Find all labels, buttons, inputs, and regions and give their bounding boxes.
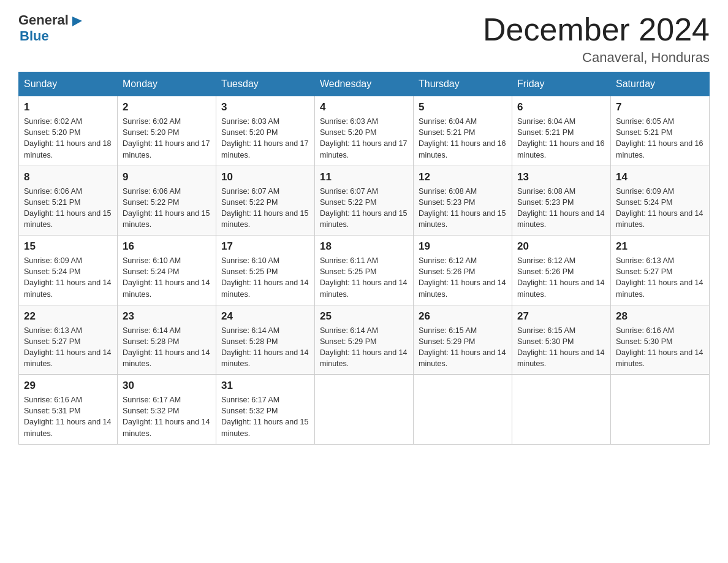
day-number: 11 bbox=[320, 171, 408, 183]
day-info: Sunrise: 6:09 AMSunset: 5:24 PMDaylight:… bbox=[24, 255, 112, 300]
calendar-cell: 6Sunrise: 6:04 AMSunset: 5:21 PMDaylight… bbox=[512, 96, 611, 166]
header-day-saturday: Saturday bbox=[611, 72, 710, 96]
day-number: 5 bbox=[419, 101, 507, 113]
calendar-cell: 20Sunrise: 6:12 AMSunset: 5:26 PMDayligh… bbox=[512, 236, 611, 305]
day-info: Sunrise: 6:04 AMSunset: 5:21 PMDaylight:… bbox=[419, 116, 507, 161]
day-info: Sunrise: 6:02 AMSunset: 5:20 PMDaylight:… bbox=[24, 116, 112, 161]
day-number: 27 bbox=[517, 310, 605, 323]
day-info: Sunrise: 6:13 AMSunset: 5:27 PMDaylight:… bbox=[24, 325, 112, 370]
header-day-sunday: Sunday bbox=[19, 72, 118, 96]
day-info: Sunrise: 6:11 AMSunset: 5:25 PMDaylight:… bbox=[320, 255, 408, 300]
calendar-cell: 15Sunrise: 6:09 AMSunset: 5:24 PMDayligh… bbox=[19, 236, 118, 305]
day-info: Sunrise: 6:17 AMSunset: 5:32 PMDaylight:… bbox=[221, 394, 309, 439]
day-info: Sunrise: 6:09 AMSunset: 5:24 PMDaylight:… bbox=[616, 186, 704, 231]
day-number: 17 bbox=[221, 240, 309, 253]
week-row-5: 29Sunrise: 6:16 AMSunset: 5:31 PMDayligh… bbox=[19, 375, 710, 445]
day-number: 16 bbox=[123, 240, 211, 253]
day-info: Sunrise: 6:15 AMSunset: 5:29 PMDaylight:… bbox=[419, 325, 507, 370]
day-info: Sunrise: 6:08 AMSunset: 5:23 PMDaylight:… bbox=[419, 186, 507, 231]
calendar-cell: 1Sunrise: 6:02 AMSunset: 5:20 PMDaylight… bbox=[19, 96, 118, 166]
calendar-cell: 23Sunrise: 6:14 AMSunset: 5:28 PMDayligh… bbox=[118, 305, 216, 375]
calendar-cell: 17Sunrise: 6:10 AMSunset: 5:25 PMDayligh… bbox=[216, 236, 315, 305]
calendar-cell: 10Sunrise: 6:07 AMSunset: 5:22 PMDayligh… bbox=[216, 166, 315, 236]
header-day-thursday: Thursday bbox=[414, 72, 512, 96]
day-info: Sunrise: 6:12 AMSunset: 5:26 PMDaylight:… bbox=[419, 255, 507, 300]
week-row-4: 22Sunrise: 6:13 AMSunset: 5:27 PMDayligh… bbox=[19, 305, 710, 375]
week-row-2: 8Sunrise: 6:06 AMSunset: 5:21 PMDaylight… bbox=[19, 166, 710, 236]
calendar-table: SundayMondayTuesdayWednesdayThursdayFrid… bbox=[18, 72, 710, 445]
logo-triangle-icon bbox=[70, 14, 83, 28]
day-number: 30 bbox=[123, 380, 211, 392]
calendar-cell: 4Sunrise: 6:03 AMSunset: 5:20 PMDaylight… bbox=[315, 96, 414, 166]
calendar-cell: 8Sunrise: 6:06 AMSunset: 5:21 PMDaylight… bbox=[19, 166, 118, 236]
calendar-header: SundayMondayTuesdayWednesdayThursdayFrid… bbox=[19, 72, 710, 96]
day-number: 15 bbox=[24, 240, 112, 253]
calendar-cell: 30Sunrise: 6:17 AMSunset: 5:32 PMDayligh… bbox=[118, 375, 216, 445]
day-info: Sunrise: 6:12 AMSunset: 5:26 PMDaylight:… bbox=[517, 255, 605, 300]
day-info: Sunrise: 6:13 AMSunset: 5:27 PMDaylight:… bbox=[616, 255, 704, 300]
header-row: SundayMondayTuesdayWednesdayThursdayFrid… bbox=[19, 72, 710, 96]
calendar-cell bbox=[611, 375, 710, 445]
page-header: General Blue December 2024 Canaveral, Ho… bbox=[18, 12, 710, 66]
day-number: 12 bbox=[419, 171, 507, 183]
day-number: 31 bbox=[221, 380, 309, 392]
calendar-cell: 18Sunrise: 6:11 AMSunset: 5:25 PMDayligh… bbox=[315, 236, 414, 305]
day-number: 18 bbox=[320, 240, 408, 253]
calendar-title: December 2024 bbox=[483, 12, 710, 47]
calendar-cell bbox=[414, 375, 512, 445]
calendar-cell: 24Sunrise: 6:14 AMSunset: 5:28 PMDayligh… bbox=[216, 305, 315, 375]
calendar-cell: 7Sunrise: 6:05 AMSunset: 5:21 PMDaylight… bbox=[611, 96, 710, 166]
day-number: 14 bbox=[616, 171, 704, 183]
day-number: 6 bbox=[517, 101, 605, 113]
day-info: Sunrise: 6:14 AMSunset: 5:28 PMDaylight:… bbox=[123, 325, 211, 370]
logo-general-text: General bbox=[18, 12, 69, 28]
day-number: 9 bbox=[123, 171, 211, 183]
calendar-cell: 25Sunrise: 6:14 AMSunset: 5:29 PMDayligh… bbox=[315, 305, 414, 375]
day-number: 2 bbox=[123, 101, 211, 113]
day-number: 1 bbox=[24, 101, 112, 113]
calendar-cell: 22Sunrise: 6:13 AMSunset: 5:27 PMDayligh… bbox=[19, 305, 118, 375]
day-number: 26 bbox=[419, 310, 507, 323]
day-info: Sunrise: 6:02 AMSunset: 5:20 PMDaylight:… bbox=[123, 116, 211, 161]
day-info: Sunrise: 6:03 AMSunset: 5:20 PMDaylight:… bbox=[320, 116, 408, 161]
week-row-3: 15Sunrise: 6:09 AMSunset: 5:24 PMDayligh… bbox=[19, 236, 710, 305]
calendar-cell: 2Sunrise: 6:02 AMSunset: 5:20 PMDaylight… bbox=[118, 96, 216, 166]
day-number: 7 bbox=[616, 101, 704, 113]
calendar-cell: 9Sunrise: 6:06 AMSunset: 5:22 PMDaylight… bbox=[118, 166, 216, 236]
day-info: Sunrise: 6:15 AMSunset: 5:30 PMDaylight:… bbox=[517, 325, 605, 370]
day-info: Sunrise: 6:06 AMSunset: 5:22 PMDaylight:… bbox=[123, 186, 211, 231]
calendar-cell: 19Sunrise: 6:12 AMSunset: 5:26 PMDayligh… bbox=[414, 236, 512, 305]
header-day-wednesday: Wednesday bbox=[315, 72, 414, 96]
calendar-cell: 11Sunrise: 6:07 AMSunset: 5:22 PMDayligh… bbox=[315, 166, 414, 236]
calendar-cell: 21Sunrise: 6:13 AMSunset: 5:27 PMDayligh… bbox=[611, 236, 710, 305]
calendar-cell: 5Sunrise: 6:04 AMSunset: 5:21 PMDaylight… bbox=[414, 96, 512, 166]
day-number: 19 bbox=[419, 240, 507, 253]
day-number: 4 bbox=[320, 101, 408, 113]
day-info: Sunrise: 6:07 AMSunset: 5:22 PMDaylight:… bbox=[320, 186, 408, 231]
day-info: Sunrise: 6:10 AMSunset: 5:24 PMDaylight:… bbox=[123, 255, 211, 300]
svg-marker-0 bbox=[72, 17, 82, 26]
calendar-cell: 14Sunrise: 6:09 AMSunset: 5:24 PMDayligh… bbox=[611, 166, 710, 236]
day-info: Sunrise: 6:14 AMSunset: 5:28 PMDaylight:… bbox=[221, 325, 309, 370]
calendar-cell: 29Sunrise: 6:16 AMSunset: 5:31 PMDayligh… bbox=[19, 375, 118, 445]
day-number: 28 bbox=[616, 310, 704, 323]
day-info: Sunrise: 6:03 AMSunset: 5:20 PMDaylight:… bbox=[221, 116, 309, 161]
day-info: Sunrise: 6:04 AMSunset: 5:21 PMDaylight:… bbox=[517, 116, 605, 161]
day-info: Sunrise: 6:10 AMSunset: 5:25 PMDaylight:… bbox=[221, 255, 309, 300]
logo: General Blue bbox=[18, 12, 83, 44]
day-number: 29 bbox=[24, 380, 112, 392]
calendar-body: 1Sunrise: 6:02 AMSunset: 5:20 PMDaylight… bbox=[19, 96, 710, 445]
header-day-tuesday: Tuesday bbox=[216, 72, 315, 96]
day-info: Sunrise: 6:07 AMSunset: 5:22 PMDaylight:… bbox=[221, 186, 309, 231]
calendar-cell: 16Sunrise: 6:10 AMSunset: 5:24 PMDayligh… bbox=[118, 236, 216, 305]
day-info: Sunrise: 6:16 AMSunset: 5:31 PMDaylight:… bbox=[24, 394, 112, 439]
header-day-friday: Friday bbox=[512, 72, 611, 96]
day-number: 23 bbox=[123, 310, 211, 323]
day-info: Sunrise: 6:16 AMSunset: 5:30 PMDaylight:… bbox=[616, 325, 704, 370]
calendar-subtitle: Canaveral, Honduras bbox=[483, 50, 710, 66]
day-number: 10 bbox=[221, 171, 309, 183]
day-info: Sunrise: 6:06 AMSunset: 5:21 PMDaylight:… bbox=[24, 186, 112, 231]
day-number: 25 bbox=[320, 310, 408, 323]
day-number: 21 bbox=[616, 240, 704, 253]
title-section: December 2024 Canaveral, Honduras bbox=[483, 12, 710, 66]
